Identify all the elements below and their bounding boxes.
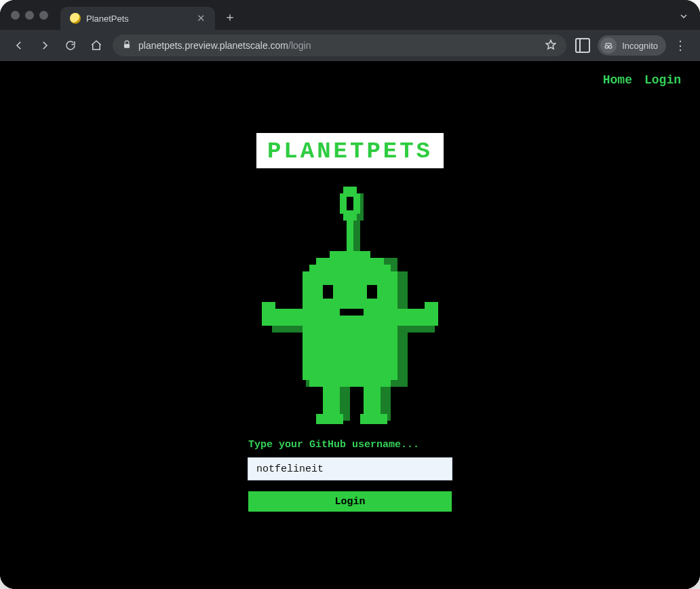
username-input[interactable] [248,463,452,475]
svg-rect-0 [124,43,130,48]
traffic-close[interactable] [11,11,20,20]
page-content: Home Login PLANETPETS [0,61,700,589]
svg-rect-28 [323,285,333,299]
incognito-indicator[interactable]: Incognito [598,35,666,56]
svg-rect-17 [303,271,397,380]
svg-rect-12 [343,214,357,221]
side-panel-icon[interactable] [573,36,592,55]
login-panel: PLANETPETS [208,136,492,512]
browser-menu-icon[interactable]: ⋮ [672,36,691,55]
reload-button[interactable] [61,36,80,55]
login-button[interactable]: Login [248,491,452,512]
traffic-zoom[interactable] [39,11,48,20]
back-button[interactable] [9,36,28,55]
svg-rect-26 [360,414,387,424]
new-tab-button[interactable]: ＋ [220,7,239,26]
svg-rect-13 [347,221,353,251]
svg-rect-10 [343,187,357,193]
svg-rect-22 [425,302,438,312]
svg-point-1 [605,45,608,48]
browser-toolbar: planetpets.preview.planetscale.com/login [0,30,700,61]
username-field-wrap [248,457,452,480]
lock-icon [122,40,132,52]
favicon [70,13,81,24]
site-logo: PLANETPETS [259,136,441,166]
svg-rect-21 [262,302,275,312]
traffic-minimize[interactable] [25,11,34,20]
tab-title: PlanetPets [86,14,191,24]
username-prompt: Type your GitHub username... [248,439,452,451]
site-nav: Home Login [603,73,681,87]
nav-home[interactable]: Home [603,73,632,87]
browser-tab[interactable]: PlanetPets ✕ [60,7,215,30]
nav-login[interactable]: Login [644,73,681,87]
svg-rect-18 [309,380,391,387]
url-text: planetpets.preview.planetscale.com/login [138,40,538,51]
forward-button[interactable] [35,36,54,55]
svg-rect-29 [367,285,377,299]
address-bar[interactable]: planetpets.preview.planetscale.com/login [113,35,566,56]
url-host: planetpets.preview.planetscale.com [138,40,288,51]
svg-rect-25 [316,414,343,424]
toolbar-right-cluster: Incognito ⋮ [573,35,691,56]
pet-sprite [248,183,452,431]
bookmark-star-icon[interactable] [545,39,557,53]
tab-close-icon[interactable]: ✕ [197,12,206,24]
incognito-label: Incognito [622,41,658,51]
incognito-icon [600,37,617,54]
tabs-overflow-icon[interactable] [678,11,689,24]
browser-window: PlanetPets ✕ ＋ planetpets.preview.planet… [0,0,700,589]
svg-rect-30 [340,309,364,316]
home-button[interactable] [87,36,106,55]
svg-point-2 [609,45,612,48]
window-controls [11,11,48,20]
svg-rect-27 [347,197,353,210]
tab-strip: PlanetPets ✕ ＋ [0,0,700,30]
url-path: /login [288,40,311,51]
